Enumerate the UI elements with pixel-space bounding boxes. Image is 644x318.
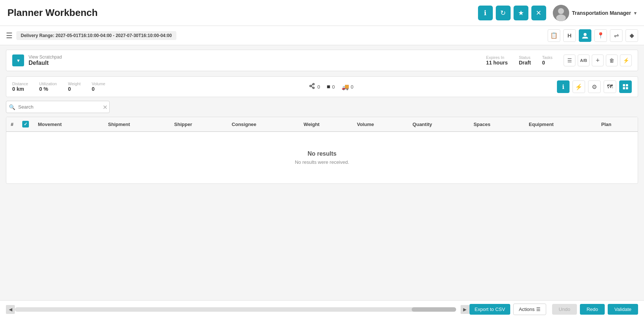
pin-icon[interactable]: 📍 [594, 29, 607, 42]
volume-stat: Volume 0 [92, 82, 106, 92]
svg-rect-10 [626, 84, 628, 86]
weight-label: Weight [68, 82, 80, 86]
scratchpad-actions: ☰ A/B + 🗑 ⚡ [564, 54, 632, 66]
utilization-value: 0 % [39, 86, 57, 92]
scratchpad-name: Default [29, 60, 62, 66]
delivery-range: Delivery Range: 2027-05-01T16:10:00-04:0… [16, 31, 176, 40]
utilization-stat: Utilization 0 % [39, 82, 57, 92]
distance-label: Distance [12, 82, 28, 86]
svg-point-1 [558, 8, 564, 14]
empty-subtitle: No results were received. [14, 159, 630, 165]
stats-row: Distance 0 km Utilization 0 % Weight 0 V… [6, 76, 638, 97]
svg-point-4 [310, 85, 311, 87]
col-consignee: Consignee [227, 117, 299, 132]
scratchpad-toggle[interactable]: ▾ [12, 54, 24, 66]
count3-value: 0 [351, 84, 353, 90]
count1-item: 0 [309, 83, 320, 91]
flash-stats-btn[interactable]: ⚡ [572, 80, 585, 93]
toolbar: ☰ Delivery Range: 2027-05-01T16:10:00-04… [0, 26, 644, 45]
empty-state-row: No results No results were received. [6, 132, 638, 183]
star-button[interactable]: ★ [514, 6, 528, 20]
distance-stat: Distance 0 km [12, 82, 28, 92]
col-movement: Movement [33, 117, 103, 132]
svg-rect-11 [623, 87, 625, 89]
col-equipment: Equipment [524, 117, 597, 132]
col-volume: Volume [352, 117, 408, 132]
svg-line-7 [311, 85, 313, 86]
square-icon: ■ [327, 83, 331, 90]
page-title: Planner Workbench [7, 7, 98, 19]
col-weight: Weight [299, 117, 352, 132]
col-shipment: Shipment [104, 117, 170, 132]
scratchpad-view-label: View Scratchpad [29, 54, 62, 60]
table-header-row: # ✓ Movement Shipment Shipper Consignee … [6, 117, 638, 132]
info-button[interactable]: ℹ [478, 6, 493, 20]
empty-title: No results [14, 150, 630, 157]
transfer-icon[interactable]: ⇌ [610, 29, 623, 42]
user-chevron-icon: ▾ [634, 10, 637, 16]
settings-stats-btn[interactable]: ⚙ [588, 80, 601, 93]
stats-center: 0 ■ 0 🚚 0 [309, 83, 353, 91]
diamond-icon[interactable]: ◆ [625, 29, 638, 42]
col-number: # [6, 117, 18, 132]
search-icon: 🔍 [9, 104, 15, 110]
col-spaces: Spaces [469, 117, 524, 132]
delete-action-btn[interactable]: 🗑 [606, 54, 618, 66]
delivery-range-label: Delivery Range: [21, 33, 54, 38]
info-stats-btn[interactable]: ℹ [557, 80, 570, 93]
select-all-checkbox[interactable]: ✓ [22, 121, 29, 127]
svg-point-5 [313, 83, 314, 85]
toolbar-left: ☰ Delivery Range: 2027-05-01T16:10:00-04… [6, 31, 176, 40]
header-actions: ℹ ↻ ★ ✕ Transportation Manager ▾ [478, 5, 637, 21]
expires-meta: Expires In 11 hours [486, 55, 508, 66]
expires-value: 11 hours [486, 60, 508, 66]
scratchpad-meta: Expires In 11 hours Status Draft Tasks 0 [486, 55, 552, 66]
delivery-range-value: 2027-05-01T16:10:00-04:00 - 2027-07-30T1… [56, 33, 172, 38]
col-quantity: Quantity [408, 117, 469, 132]
svg-point-6 [313, 87, 314, 89]
weight-value: 0 [68, 86, 80, 92]
svg-rect-12 [626, 87, 628, 89]
distance-value: 0 km [12, 86, 28, 92]
refresh-button[interactable]: ↻ [496, 6, 511, 20]
expires-label: Expires In [486, 55, 504, 60]
header-h-icon[interactable]: H [563, 29, 576, 42]
user-toolbar-icon[interactable] [579, 29, 591, 42]
add-action-btn[interactable]: + [592, 54, 604, 66]
main-content: ▾ View Scratchpad Default Expires In 11 … [0, 45, 644, 188]
scratchpad-right: Expires In 11 hours Status Draft Tasks 0… [486, 54, 632, 66]
chevron-down-icon: ▾ [17, 57, 20, 63]
svg-line-8 [311, 86, 313, 87]
user-name: Transportation Manager [572, 10, 631, 16]
status-label: Status [519, 55, 530, 60]
truck-icon: 🚚 [342, 83, 349, 90]
status-meta: Status Draft [519, 55, 531, 66]
menu-icon[interactable]: ☰ [6, 31, 13, 40]
empty-state: No results No results were received. [6, 132, 638, 183]
search-input[interactable] [6, 101, 110, 113]
clear-search-icon[interactable]: ✕ [103, 103, 107, 110]
list-action-btn[interactable]: ☰ [564, 54, 575, 66]
map-stats-btn[interactable]: 🗺 [604, 80, 616, 93]
search-wrap: 🔍 ✕ [6, 101, 110, 113]
clipboard-icon[interactable]: 📋 [548, 29, 560, 42]
count2-item: ■ 0 [327, 83, 335, 90]
stats-left: Distance 0 km Utilization 0 % Weight 0 V… [12, 82, 105, 92]
share-icon [309, 83, 315, 91]
svg-rect-9 [623, 84, 625, 86]
flash-action-btn[interactable]: ⚡ [620, 54, 632, 66]
stats-right: ℹ ⚡ ⚙ 🗺 [557, 80, 632, 93]
status-value: Draft [519, 60, 531, 66]
ab-action-btn[interactable]: A/B [578, 54, 590, 66]
header: Planner Workbench ℹ ↻ ★ ✕ Transportation… [0, 0, 644, 26]
col-checkbox: ✓ [18, 117, 33, 132]
col-shipper: Shipper [170, 117, 227, 132]
tasks-value: 0 [542, 60, 545, 66]
tasks-meta: Tasks 0 [542, 55, 552, 66]
close-button[interactable]: ✕ [531, 6, 546, 20]
scratchpad-card: ▾ View Scratchpad Default Expires In 11 … [6, 50, 638, 71]
grid-stats-btn[interactable] [619, 80, 632, 93]
table-wrap: # ✓ Movement Shipment Shipper Consignee … [6, 117, 638, 184]
toolbar-right: 📋 H 📍 ⇌ ◆ [548, 29, 638, 42]
user-section[interactable]: Transportation Manager ▾ [553, 5, 637, 21]
